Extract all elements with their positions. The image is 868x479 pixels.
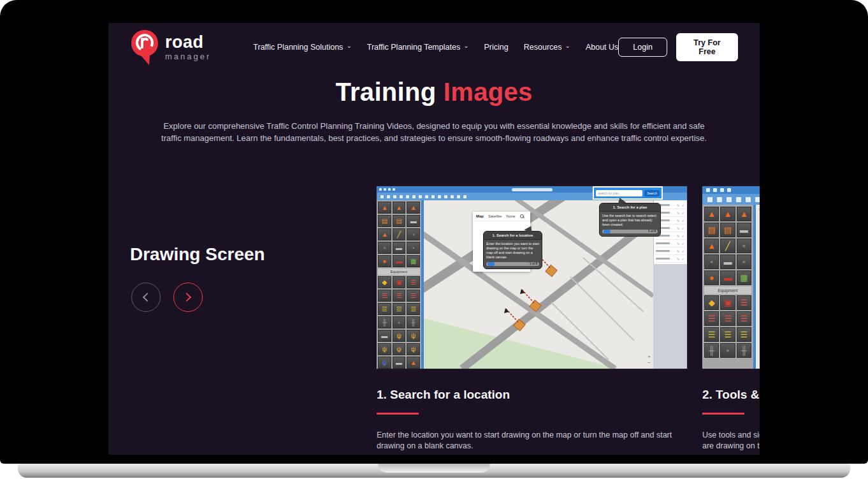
page-description: Explore our comprehensive Traffic Contro… (152, 121, 716, 145)
palette-section-label: Equipment (704, 286, 751, 294)
page-title-accent: Images (444, 78, 533, 106)
cone-tile-icon: ▲ (378, 228, 391, 240)
chevron-left-icon (143, 293, 152, 302)
chevron-right-icon (182, 293, 191, 302)
sign-palette-zoomed: ▲▲▲▤▤▬▲╱▪▪▬▪●▬▦ Equipment ◆▣☰☰☰☰☰☰☰╫▪╫ (702, 205, 753, 369)
brand-logo[interactable]: road manager (130, 29, 211, 66)
laptop-mockup: road manager Traffic Planning Solutions … (0, 0, 868, 479)
redrect-tile-icon: ▬ (393, 255, 406, 267)
plank-tile-icon: ▬ (378, 330, 391, 342)
carousel-heading: Drawing Screen (130, 244, 265, 265)
hatch-tile-icon: ▦ (407, 255, 420, 267)
worker-tile-icon: ψ (407, 330, 420, 342)
login-button[interactable]: Login (618, 38, 667, 57)
worker-tile-icon: ψ (393, 343, 406, 355)
leader-line (759, 209, 760, 249)
tooltip-title: 1. Search for a plan (600, 203, 660, 212)
stripeRW-tile-icon: ☰ (737, 295, 751, 310)
worker-tile-icon: ψ (407, 343, 420, 355)
carousel-prev-button[interactable] (131, 283, 161, 312)
tooltip-title: 1. Search for a location (484, 232, 542, 240)
none-tab: None (506, 214, 515, 218)
map-zoom-controls: + − (647, 355, 651, 365)
cone-tile-icon: ▲ (704, 239, 719, 253)
main-nav: Traffic Planning Solutions ⌄ Traffic Pla… (253, 43, 618, 52)
slide-caption: 1. Search for a location (377, 388, 687, 402)
cone-tile-icon: ▲ (737, 207, 751, 221)
nav-item-resources[interactable]: Resources ⌄ (524, 43, 570, 52)
map-canvas: Map (756, 205, 760, 369)
worker-tile-icon: ψ (378, 343, 391, 355)
jack-tile-icon: ╫ (704, 343, 719, 358)
search-icon (520, 214, 524, 218)
stripeRW-tile-icon: ☰ (720, 311, 735, 326)
progress-count: 1 of 8 (648, 230, 656, 233)
jack-tile-icon: ╫ (737, 343, 751, 358)
barrier-tile-icon: ▤ (378, 215, 391, 227)
carousel-slide-1: Search ▲▲▲▤▤▬▲╱▪▪▬▪●▬▦ Equipment ◆▣☰☰☰☰☰… (377, 186, 687, 452)
dark-tile-icon: ▪ (393, 316, 406, 328)
stripeYB-tile-icon: ☰ (704, 327, 719, 342)
plan-list-row: ✎ ✓ (655, 255, 686, 263)
signred-tile-icon: ▣ (720, 295, 735, 310)
plan-search-input (596, 190, 642, 196)
cone-tile-icon: ▲ (393, 202, 406, 214)
plank-tile-icon: ▬ (393, 357, 406, 369)
palette-section-label: Equipment (378, 269, 420, 275)
slash-tile-icon: ╱ (720, 239, 735, 253)
stripeYB-tile-icon: ☰ (737, 327, 751, 342)
map-tab: Map (476, 214, 484, 218)
zoom-out-icon: − (647, 360, 651, 365)
site-header: road manager Traffic Planning Solutions … (108, 23, 760, 71)
sign11-tile-icon: ◆ (378, 276, 391, 288)
plan-search-spotlight: Search (593, 186, 663, 200)
slash-tile-icon: ╱ (393, 228, 406, 240)
stripeRW-tile-icon: ☰ (704, 311, 719, 326)
signred-tile-icon: ▣ (393, 276, 406, 288)
road-manager-pin-icon (130, 29, 159, 66)
hero-section: Training Images Explore our comprehensiv… (108, 78, 760, 145)
dark-tile-icon: ▪ (704, 254, 719, 269)
tooltip-search-plan: 1. Search for a plan Use the search bar … (599, 203, 661, 237)
cone-tile-icon: ▲ (407, 202, 420, 214)
sign-palette: ▲▲▲▤▤▬▲╱▪▪▬▪●▬▦ Equipment ◆▣☰☰☰☰☰☰☰╫▪╫▬ψ… (377, 200, 421, 369)
progress-count: 1 of 8 (530, 262, 537, 266)
stripeRW-tile-icon: ☰ (378, 290, 391, 302)
palette-tiles-top: ▲▲▲▤▤▬▲╱▪▪▬▪●▬▦ (378, 202, 420, 267)
dark-tile-icon: ▪ (737, 254, 751, 269)
caption-underline (377, 413, 419, 415)
cone-tile-icon: ▲ (704, 207, 719, 221)
nav-item-traffic-planning-solutions[interactable]: Traffic Planning Solutions ⌄ (253, 43, 351, 52)
carousel-next-button[interactable] (173, 283, 203, 312)
dark-tile-icon: ▪ (737, 239, 751, 253)
dark-tile-icon: ▪ (407, 228, 420, 240)
toolbar-icons (706, 188, 731, 192)
jack-tile-icon: ╫ (378, 316, 391, 328)
palette-tiles-bottom: ◆▣☰☰☰☰☰☰☰╫▪╫▬ψψψψψψ▬▲ (378, 276, 420, 369)
dark-tile-icon: ▪ (720, 343, 735, 358)
carousel-slide-2: ▲▲▲▤▤▬▲╱▪▪▬▪●▬▦ Equipment ◆▣☰☰☰☰☰☰☰╫▪╫ M… (702, 186, 760, 452)
barrier-tile-icon: ▤ (704, 223, 719, 237)
slide-caption: 2. Tools & (702, 388, 760, 402)
brand-subtitle: manager (165, 52, 211, 61)
toolbar-icons (379, 188, 395, 191)
app-screenshot-search-location: Search ▲▲▲▤▤▬▲╱▪▪▬▪●▬▦ Equipment ◆▣☰☰☰☰☰… (377, 186, 687, 369)
app-logo-pill (512, 188, 553, 191)
dark-tile-icon: ▪ (378, 242, 391, 254)
satellite-tab: Satellite (488, 214, 502, 218)
nav-item-about-us[interactable]: About Us (586, 43, 618, 52)
brand-name: road (165, 34, 211, 51)
plank-tile-icon: ▬ (393, 242, 406, 254)
barrier-tile-icon: ▤ (720, 223, 735, 237)
barrier-tile-icon: ▤ (393, 215, 406, 227)
stripeYB-tile-icon: ☰ (378, 303, 391, 315)
nav-item-pricing[interactable]: Pricing (484, 43, 509, 52)
try-for-free-button[interactable]: Try For Free (676, 33, 738, 61)
stripeRW-tile-icon: ☰ (737, 311, 751, 326)
app-toolbar-top (702, 186, 760, 194)
cone-tile-icon: ▲ (720, 207, 735, 221)
tooltip-search-location: 1. Search for a location Enter the locat… (483, 231, 542, 269)
cone-tile-icon: ▲ (407, 357, 420, 369)
nav-item-traffic-planning-templates[interactable]: Traffic Planning Templates ⌄ (367, 43, 469, 52)
jack-tile-icon: ╫ (407, 316, 420, 328)
